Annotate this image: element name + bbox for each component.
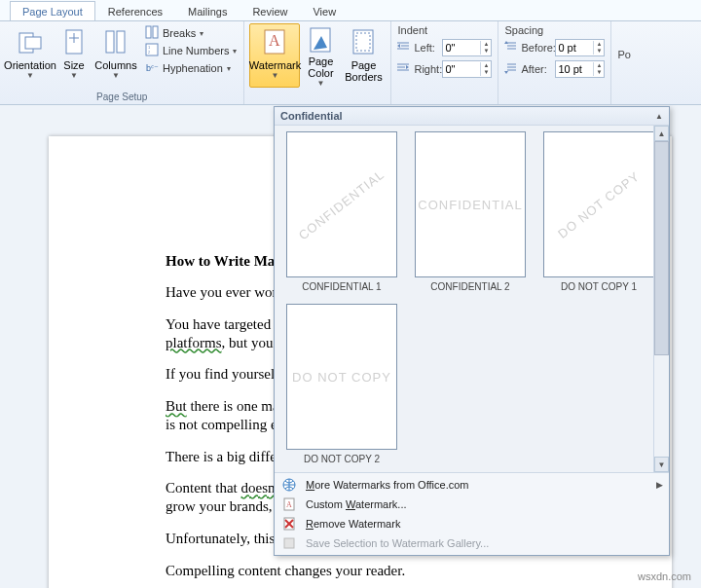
chevron-down-icon: ▼ [70,71,78,80]
page-borders-label: Page Borders [345,59,383,83]
scroll-down-icon[interactable]: ▼ [654,457,669,472]
svg-rect-5 [106,31,114,53]
indent-header: Indent [397,23,492,37]
ribbon-tabs: Page Layout References Mailings Review V… [0,0,701,21]
size-label: Size [63,59,84,71]
watermark-custom[interactable]: A Custom Watermark... [275,495,669,514]
watermark-item-confidential-1[interactable]: CONFIDENTIAL CONFIDENTIAL 1 [284,131,399,298]
scroll-up-icon[interactable]: ▲ [655,112,663,121]
watermark-category-header: Confidential ▲ [275,107,669,126]
group-page-background: A Watermark ▼ Page Color ▼ Page Borders [244,21,391,104]
chevron-down-icon: ▾ [227,64,231,73]
hyphenation-icon: bᶜ⁻ [145,60,159,76]
globe-icon [280,478,298,492]
svg-rect-40 [284,538,294,548]
watermark-save-selection: Save Selection to Watermark Gallery... [275,533,669,553]
page-color-icon [305,26,336,54]
spin-up-icon[interactable]: ▲ [481,41,491,48]
watermark-menu: More Watermarks from Office.com ▶ A Cust… [275,472,669,555]
line-numbers-icon: 12 [145,43,159,58]
tab-mailings[interactable]: Mailings [175,1,240,20]
page-color-button[interactable]: Page Color ▼ [300,23,341,88]
spacing-before-icon [504,41,518,55]
tab-page-layout[interactable]: Page Layout [10,1,95,20]
chevron-down-icon: ▼ [272,71,279,80]
chevron-down-icon: ▼ [112,71,120,80]
breaks-icon [145,25,159,41]
spin-down-icon[interactable]: ▼ [594,69,604,76]
breaks-button[interactable]: Breaks ▾ [145,25,237,41]
group-page-setup: Orientation ▼ Size ▼ Columns ▼ [0,21,244,104]
svg-text:A: A [269,32,280,49]
size-icon [58,26,90,57]
indent-right-input[interactable]: ▲▼ [442,60,492,78]
chevron-down-icon: ▾ [233,47,237,55]
spacing-before-input[interactable]: ▲▼ [555,39,605,56]
spin-up-icon[interactable]: ▲ [481,62,491,69]
watermark-button[interactable]: A Watermark ▼ [249,23,300,88]
spacing-header: Spacing [504,23,605,37]
spin-down-icon[interactable]: ▼ [481,48,491,55]
columns-button[interactable]: Columns ▼ [92,23,139,88]
orientation-button[interactable]: Orientation ▼ [5,23,55,88]
spacing-after-label: After: [504,62,551,76]
orientation-icon [15,26,46,57]
submenu-arrow-icon: ▶ [656,480,663,490]
group-label-page-background [249,91,386,104]
page-color-label: Page Color [305,55,336,79]
line-numbers-label: Line Numbers [163,45,229,56]
spin-down-icon[interactable]: ▼ [481,69,491,76]
page-borders-icon [348,26,379,57]
watermark-item-confidential-2[interactable]: CONFIDENTIAL CONFIDENTIAL 2 [413,131,528,298]
orientation-label: Orientation [4,59,56,71]
svg-marker-21 [397,44,400,48]
watermark-label: Watermark [249,59,301,71]
spacing-before-label: Before: [504,41,551,55]
hyphenation-button[interactable]: bᶜ⁻ Hyphenation ▾ [145,60,237,76]
indent-left-label: Left: [397,41,438,55]
group-label-page-setup: Page Setup [5,91,239,104]
tab-references[interactable]: References [95,1,175,20]
watermark-item-donotcopy-2[interactable]: DO NOT COPY DO NOT COPY 2 [284,304,399,470]
tab-view[interactable]: View [300,1,349,20]
watermark-gallery-panel: Confidential ▲ CONFIDENTIAL CONFIDENTIAL… [274,106,670,556]
breaks-label: Breaks [163,27,196,39]
chevron-down-icon: ▼ [26,71,34,80]
columns-label: Columns [94,59,136,71]
chevron-down-icon: ▼ [317,79,325,88]
indent-right-icon [397,62,411,76]
spin-up-icon[interactable]: ▲ [594,62,604,69]
doc-link-platforms[interactable]: platforms [166,335,222,350]
watermark-more-officecom[interactable]: More Watermarks from Office.com ▶ [275,475,669,495]
scroll-up-icon[interactable]: ▲ [654,126,669,141]
svg-text:bᶜ⁻: bᶜ⁻ [146,63,159,73]
watermark-custom-icon: A [280,497,298,511]
tab-review[interactable]: Review [240,1,300,20]
spin-down-icon[interactable]: ▼ [594,48,604,55]
watermark-item-donotcopy-1[interactable]: DO NOT COPY DO NOT COPY 1 [541,131,656,298]
watermark-scrollbar[interactable]: ▲ ▼ [653,126,669,472]
doc-p8: Compelling content changes your reader. [166,562,555,580]
svg-rect-6 [117,31,125,53]
line-numbers-button[interactable]: 12 Line Numbers ▾ [145,43,237,58]
indent-right-label: Right: [397,62,438,76]
save-icon [280,536,298,550]
size-button[interactable]: Size ▼ [55,23,92,88]
svg-rect-1 [25,37,41,49]
spacing-after-icon [504,62,518,76]
svg-text:A: A [286,500,292,509]
scrollbar-thumb[interactable] [654,141,669,355]
branding-text: wsxdn.com [638,570,691,582]
group-paragraph: Indent Left: ▲▼ Right: [391,21,611,104]
spin-up-icon[interactable]: ▲ [594,41,604,48]
indent-left-input[interactable]: ▲▼ [442,39,492,56]
page-borders-button[interactable]: Page Borders [341,23,386,88]
columns-icon [100,26,131,57]
svg-rect-8 [153,26,158,38]
watermark-remove[interactable]: Remove Watermark [275,514,669,533]
svg-rect-16 [353,30,373,54]
document-workspace: How to Write Mark Have you ever wond You… [0,105,701,588]
spacing-after-input[interactable]: ▲▼ [555,60,605,78]
watermark-gallery-scroll: CONFIDENTIAL CONFIDENTIAL 1 CONFIDENTIAL… [275,126,669,472]
ribbon: Orientation ▼ Size ▼ Columns ▼ [0,21,701,105]
